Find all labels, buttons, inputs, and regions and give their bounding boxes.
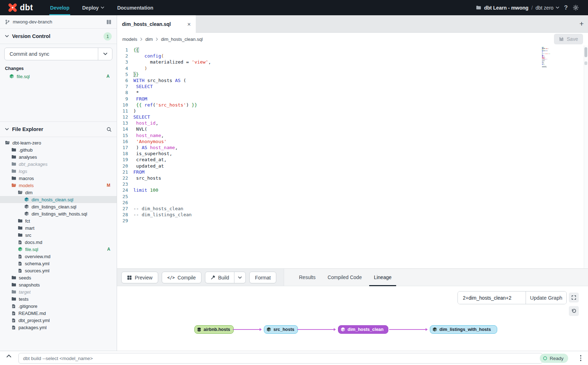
file-explorer-header[interactable]: File Explorer [0,122,117,137]
environment-name[interactable]: dbt zero [536,5,559,11]
help-button[interactable]: ? [564,4,568,11]
preview-button[interactable]: Preview [121,272,158,283]
code-line-1[interactable]: 1{{ [117,47,588,53]
code-line-29[interactable]: 29 [117,218,588,224]
tree-item-macros[interactable]: macros [0,175,117,182]
code-line-6[interactable]: 6WITH src_hosts AS ( [117,78,588,84]
code-line-14[interactable]: 14 NVL( [117,126,588,132]
scrollbar-thumb[interactable] [584,47,587,57]
code-line-5[interactable]: 5}} [117,72,588,78]
code-line-23[interactable]: 23 [117,181,588,187]
tree-item-analyses[interactable]: analyses [0,153,117,160]
tree-item-readme-md[interactable]: README.md [0,310,117,317]
code-line-28[interactable]: 28-- dim_listings_clean [117,212,588,218]
tree-item-snapshots[interactable]: snapshots [0,281,117,288]
minimap[interactable] [542,47,553,69]
code-line-16[interactable]: 16 'Anonymous' [117,139,588,145]
save-button[interactable]: Save [554,34,583,44]
code-line-11[interactable]: 11) [117,108,588,114]
lineage-node-airbnb-hosts[interactable]: airbnb.hosts [194,325,234,334]
code-line-19[interactable]: 19 created_at, [117,157,588,163]
tree-item-dim-hosts-clean-sql[interactable]: dim_hosts_clean.sql [0,196,117,203]
code-editor[interactable]: 1{{2 config(3 materialized = 'view',4 )5… [117,45,588,268]
lineage-node-dim-hosts-clean[interactable]: dim_hosts_clean [338,325,388,334]
tree-item-docs-md[interactable]: docs.md [0,239,117,246]
tree-item-logs[interactable]: logs [0,168,117,175]
tab-dim-hosts-clean[interactable]: dim_hosts_clean.sql × [117,15,196,33]
code-line-25[interactable]: 25 [117,194,588,200]
kebab-menu-icon[interactable] [579,354,583,362]
code-line-18[interactable]: 18 is_superhost, [117,151,588,157]
tree-item-tests[interactable]: tests [0,295,117,303]
breadcrumb-dim[interactable]: dim [145,37,153,42]
tree-item-dim-listings-clean-sql[interactable]: dim_listings_clean.sql [0,203,117,210]
menu-deploy[interactable]: Deploy [76,0,111,15]
version-control-header[interactable]: Version Control 1 [0,29,117,44]
tree-item-overview-md[interactable]: overview.md [0,253,117,260]
commit-and-sync-button[interactable]: Commit and sync [4,48,112,60]
tree-item-dim-listings-with-hosts-sql[interactable]: dim_listings_with_hosts.sql [0,210,117,217]
tab-lineage[interactable]: Lineage [368,269,398,286]
gear-icon[interactable] [573,5,579,11]
tree-item-dbt-packages[interactable]: dbt_packages [0,160,117,168]
changed-file-row[interactable]: file.sql A [0,72,117,80]
tree-item--gitignore[interactable]: .gitignore [0,303,117,310]
code-line-10[interactable]: 10 {{ ref('src_hosts') }} [117,102,588,108]
tree-item-file-sql[interactable]: file.sqlA [0,246,117,253]
reset-view-button[interactable] [569,306,579,316]
lineage-selector-input[interactable] [458,292,526,304]
lineage-node-src-hosts[interactable]: src_hosts [264,325,298,334]
docs-book-icon[interactable] [106,19,112,25]
code-line-15[interactable]: 15 host_name, [117,133,588,139]
code-line-27[interactable]: 27-- dim_hosts_clean [117,206,588,212]
code-line-3[interactable]: 3 materialized = 'view', [117,59,588,65]
command-input[interactable] [18,353,543,364]
menu-documentation[interactable]: Documentation [111,0,160,15]
tree-item-src[interactable]: src [0,231,117,239]
tab-compiled-code[interactable]: Compiled Code [322,269,368,286]
commit-options-caret[interactable] [98,48,112,60]
tree-item-seeds[interactable]: seeds [0,274,117,281]
compile-button[interactable]: </> Compile [162,272,201,283]
project-switcher[interactable]: dbt Learn - mwong / dbt zero [476,5,559,11]
tree-item-dbt-learn-zero[interactable]: dbt-learn-zero [0,139,117,146]
editor-scrollbar[interactable] [584,45,588,268]
fullscreen-button[interactable] [569,293,579,303]
tree-item-packages-yml[interactable]: packages.yml [0,324,117,331]
code-line-8[interactable]: 8 * [117,90,588,96]
tree-item-target[interactable]: target [0,288,117,295]
tree-item-dim[interactable]: dim [0,189,117,196]
code-line-21[interactable]: 21FROM [117,169,588,175]
tree-item-fct[interactable]: fct [0,217,117,224]
code-line-22[interactable]: 22 src_hosts [117,175,588,181]
breadcrumb-models[interactable]: models [122,37,137,42]
update-graph-button[interactable]: Update Graph [526,292,566,304]
breadcrumb-file[interactable]: dim_hosts_clean.sql [161,37,203,42]
tree-item-sources-yml[interactable]: sources.yml [0,267,117,274]
tree-item-mart[interactable]: mart [0,224,117,231]
code-line-26[interactable]: 26 [117,200,588,206]
code-line-13[interactable]: 13 host_id, [117,120,588,126]
code-line-4[interactable]: 4 ) [117,66,588,72]
code-line-12[interactable]: 12SELECT [117,114,588,120]
tree-item-schema-yml[interactable]: schema.yml [0,260,117,267]
build-button[interactable]: Build [205,272,234,283]
chevron-up-icon[interactable] [6,354,11,358]
tab-results[interactable]: Results [293,269,322,286]
code-line-2[interactable]: 2 config( [117,53,588,59]
code-line-24[interactable]: 24limit 100 [117,187,588,194]
code-line-20[interactable]: 20 updated_at [117,163,588,169]
code-line-9[interactable]: 9 FROM [117,96,588,102]
tree-item-models[interactable]: modelsM [0,182,117,189]
search-icon[interactable] [106,127,112,132]
menu-develop[interactable]: Develop [44,0,76,15]
dbt-logo[interactable]: dbt [0,0,44,15]
close-icon[interactable]: × [187,21,191,27]
lineage-node-dim-listings-with-hosts[interactable]: dim_listings_with_hosts [430,325,497,334]
code-line-7[interactable]: 7 SELECT [117,84,588,90]
tree-item--github[interactable]: .github [0,146,117,153]
code-line-17[interactable]: 17 ) AS host_name, [117,145,588,151]
tree-item-dbt-project-yml[interactable]: dbt_project.yml [0,317,117,324]
branch-selector[interactable]: mwong-dev-branch [0,15,117,29]
format-button[interactable]: Format [249,272,276,283]
